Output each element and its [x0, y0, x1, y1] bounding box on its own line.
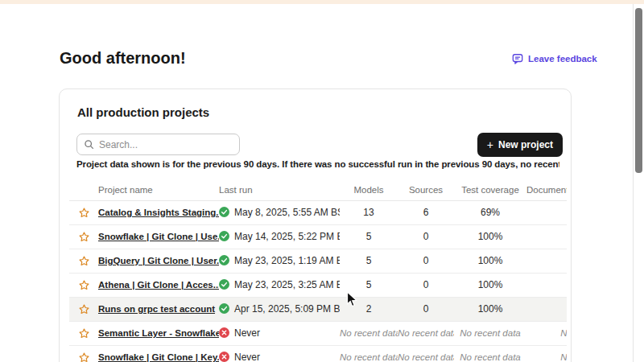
sources-cell: No recent data — [398, 345, 454, 362]
last-run-cell: May 23, 2025, 3:25 AM B — [219, 273, 340, 297]
star-icon[interactable] — [78, 255, 90, 267]
last-run-value: May 14, 2025, 5:22 PM BS — [234, 231, 340, 242]
column-header-models: Models — [340, 179, 398, 200]
column-header-project-name: Project name — [98, 179, 219, 200]
project-name-cell: Catalog & Insights Staging... — [98, 200, 219, 224]
project-link[interactable]: Semantic Layer - Snowflake — [98, 328, 219, 338]
last-run-cell: Apr 15, 2025, 5:09 PM BS — [219, 297, 340, 321]
project-search[interactable] — [76, 134, 240, 155]
project-name-cell: Runs on grpc test account — [98, 297, 219, 321]
last-run-value: Apr 15, 2025, 5:09 PM BS — [234, 303, 340, 315]
models-cell: 5 — [340, 273, 398, 297]
star-icon[interactable] — [78, 279, 90, 291]
last-run-value: May 8, 2025, 5:55 AM BS — [234, 207, 340, 218]
scrollbar-track[interactable] — [633, 4, 644, 362]
models-cell: 2 — [340, 297, 398, 321]
star-icon[interactable] — [78, 352, 90, 362]
leave-feedback-link[interactable]: Leave feedback — [512, 53, 597, 64]
test-coverage-cell: 100% — [454, 273, 526, 297]
projects-table: Project name Last run Models Sources Tes… — [69, 179, 567, 362]
test-coverage-cell: No recent data — [454, 321, 526, 345]
last-run-value: May 23, 2025, 3:25 AM B — [234, 279, 340, 290]
doc-coverage-cell — [526, 249, 567, 273]
last-run-cell: Never — [219, 345, 340, 362]
star-cell — [69, 321, 98, 345]
star-icon[interactable] — [78, 327, 90, 339]
plus-icon: + — [487, 139, 493, 150]
search-input[interactable] — [99, 139, 233, 150]
success-check-icon — [219, 255, 229, 265]
table-header-row: Project name Last run Models Sources Tes… — [69, 179, 567, 200]
doc-coverage-cell — [526, 297, 567, 321]
greeting-heading: Good afternoon! — [60, 49, 186, 68]
project-row[interactable]: Semantic Layer - SnowflakeNeverNo recent… — [69, 321, 567, 345]
project-row[interactable]: Snowflake | Git Clone | Use...May 14, 20… — [69, 224, 567, 249]
leave-feedback-label: Leave feedback — [528, 54, 597, 64]
star-cell — [69, 297, 98, 321]
test-coverage-cell: 100% — [454, 249, 526, 273]
last-run-value: May 23, 2025, 1:19 AM BS — [234, 255, 340, 266]
last-run-value: Never — [234, 327, 260, 339]
project-link[interactable]: Snowflake | Git Clone | Use... — [98, 232, 219, 241]
star-column-header — [69, 179, 98, 200]
projects-table-container: Project name Last run Models Sources Tes… — [69, 179, 567, 362]
doc-coverage-cell — [526, 200, 567, 224]
project-link[interactable]: BigQuery | Git Clone | User... — [98, 256, 219, 265]
error-x-icon — [219, 352, 229, 362]
error-x-icon — [219, 327, 229, 338]
project-link[interactable]: Athena | Git Clone | Acces... — [98, 280, 219, 290]
models-cell: 5 — [340, 224, 398, 249]
project-name-cell: Athena | Git Clone | Acces... — [98, 273, 219, 297]
project-link[interactable]: Catalog & Insights Staging... — [98, 208, 219, 217]
models-cell: No recent data — [340, 321, 398, 345]
success-check-icon — [219, 207, 229, 217]
project-row[interactable]: Runs on grpc test accountApr 15, 2025, 5… — [69, 297, 567, 321]
test-coverage-cell: No recent data — [454, 345, 526, 362]
last-run-cell: May 8, 2025, 5:55 AM BS — [219, 200, 340, 224]
project-row[interactable]: Athena | Git Clone | Acces...May 23, 202… — [69, 273, 567, 297]
test-coverage-cell: 100% — [454, 224, 526, 249]
project-link[interactable]: Runs on grpc test account — [98, 304, 215, 314]
models-cell: No recent data — [340, 345, 398, 362]
success-check-icon — [219, 279, 229, 290]
project-table-body: Catalog & Insights Staging...May 8, 2025… — [69, 200, 567, 362]
projects-panel: All production projects + New project Pr… — [59, 88, 572, 362]
project-name-cell: Snowflake | Git Clone | Use... — [98, 224, 219, 249]
sources-cell: 0 — [398, 273, 454, 297]
project-row[interactable]: Snowflake | Git Clone | Key...NeverNo re… — [69, 345, 567, 362]
star-cell — [69, 200, 98, 224]
data-window-notice: Project data shown is for the previous 9… — [76, 159, 559, 169]
test-coverage-cell: 100% — [454, 297, 526, 321]
sources-cell: 0 — [398, 249, 454, 273]
star-cell — [69, 249, 98, 273]
project-row[interactable]: Catalog & Insights Staging...May 8, 2025… — [69, 200, 567, 224]
success-check-icon — [219, 303, 229, 314]
star-cell — [69, 224, 98, 249]
column-header-documentation-coverage: Documentation coverage — [526, 179, 567, 200]
column-header-test-coverage: Test coverage — [454, 179, 526, 200]
sources-cell: 0 — [398, 224, 454, 249]
last-run-cell: Never — [219, 321, 340, 345]
column-header-last-run: Last run — [219, 179, 340, 200]
project-name-cell: Snowflake | Git Clone | Key... — [98, 345, 219, 362]
sources-cell: 0 — [398, 297, 454, 321]
star-icon[interactable] — [78, 231, 90, 243]
star-icon[interactable] — [78, 303, 90, 315]
column-header-sources: Sources — [398, 179, 454, 200]
project-name-cell: BigQuery | Git Clone | User... — [98, 249, 219, 273]
project-link[interactable]: Snowflake | Git Clone | Key... — [98, 352, 219, 362]
success-check-icon — [219, 231, 229, 241]
doc-coverage-cell — [526, 273, 567, 297]
scrollbar-thumb[interactable] — [635, 8, 642, 173]
last-run-cell: May 14, 2025, 5:22 PM BS — [219, 224, 340, 249]
models-cell: 13 — [340, 200, 398, 224]
panel-title: All production projects — [77, 105, 209, 119]
sources-cell: 6 — [398, 200, 454, 224]
doc-coverage-cell: No recent data — [526, 321, 567, 345]
new-project-label: New project — [498, 139, 553, 150]
models-cell: 5 — [340, 249, 398, 273]
new-project-button[interactable]: + New project — [477, 133, 563, 157]
star-icon[interactable] — [78, 207, 90, 219]
doc-coverage-cell — [526, 224, 567, 249]
project-row[interactable]: BigQuery | Git Clone | User...May 23, 20… — [69, 249, 567, 273]
